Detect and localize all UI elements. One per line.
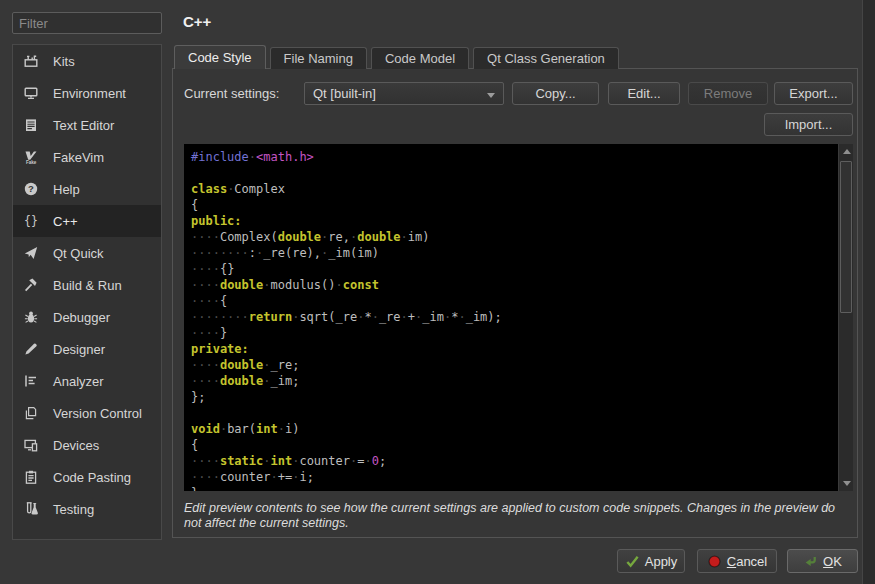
code-line: ····counter·+=·i; bbox=[191, 469, 838, 485]
current-settings-dropdown[interactable]: Qt [built-in] bbox=[304, 82, 504, 105]
tab-file-naming[interactable]: File Naming bbox=[270, 47, 367, 69]
flask-icon bbox=[22, 501, 40, 517]
preview-note: Edit preview contents to see how the cur… bbox=[184, 501, 850, 531]
code-preview[interactable]: #include·<math.h> class·Complex{public:·… bbox=[184, 144, 853, 491]
sidebar-item-code-pasting[interactable]: Code Pasting bbox=[13, 461, 161, 493]
sidebar-item-kits[interactable]: Kits bbox=[13, 45, 161, 77]
dropdown-value: Qt [built-in] bbox=[313, 86, 376, 101]
sidebar-item-label: Version Control bbox=[53, 406, 142, 421]
sidebar-item-label: C++ bbox=[53, 214, 78, 229]
devices-icon bbox=[22, 437, 40, 453]
sidebar-item-label: Qt Quick bbox=[53, 246, 104, 261]
sidebar-item-designer[interactable]: Designer bbox=[13, 333, 161, 365]
sidebar-item-devices[interactable]: Devices bbox=[13, 429, 161, 461]
sidebar-item-testing[interactable]: Testing bbox=[13, 493, 161, 525]
code-line: private: bbox=[191, 341, 838, 357]
document-icon bbox=[22, 117, 40, 133]
sidebar-item-build-run[interactable]: Build & Run bbox=[13, 269, 161, 301]
sidebar-item-c++[interactable]: {}C++ bbox=[13, 205, 161, 237]
import-button[interactable]: Import... bbox=[764, 113, 853, 136]
sidebar-item-label: Devices bbox=[53, 438, 99, 453]
ok-button[interactable]: OK bbox=[787, 549, 858, 573]
remove-button: Remove bbox=[688, 82, 768, 105]
options-dialog: KitsEnvironmentText EditorFakeFakeVim?He… bbox=[0, 0, 875, 584]
code-scrollbar[interactable] bbox=[838, 144, 853, 491]
pencil-icon bbox=[22, 341, 40, 357]
filter-input[interactable] bbox=[12, 12, 162, 34]
copy-button[interactable]: Copy... bbox=[512, 82, 599, 105]
tab-bar: Code StyleFile NamingCode ModelQt Class … bbox=[174, 45, 619, 69]
sidebar-item-environment[interactable]: Environment bbox=[13, 77, 161, 109]
sidebar-item-label: Build & Run bbox=[53, 278, 122, 293]
chevron-down-icon bbox=[487, 93, 495, 98]
code-line: ····double·_im; bbox=[191, 373, 838, 389]
code-line: public: bbox=[191, 213, 838, 229]
sidebar-item-label: Environment bbox=[53, 86, 126, 101]
export-button[interactable]: Export... bbox=[774, 82, 853, 105]
code-line: } bbox=[191, 485, 838, 491]
sidebar-item-label: Debugger bbox=[53, 310, 110, 325]
sidebar-item-label: Kits bbox=[53, 54, 75, 69]
svg-text:{}: {} bbox=[24, 214, 38, 228]
code-line bbox=[191, 405, 838, 421]
code-line: ····} bbox=[191, 325, 838, 341]
sidebar-item-label: Analyzer bbox=[53, 374, 104, 389]
scrollbar-thumb[interactable] bbox=[840, 161, 852, 313]
code-line: ····double·modulus()·const bbox=[191, 277, 838, 293]
code-line: ········return·sqrt(_re·*·_re·+·_im·*·_i… bbox=[191, 309, 838, 325]
code-line bbox=[191, 165, 838, 181]
return-arrow-icon bbox=[803, 554, 818, 569]
button-label: Cancel bbox=[727, 554, 767, 569]
code-line: void·bar(int·i) bbox=[191, 421, 838, 437]
code-line: class·Complex bbox=[191, 181, 838, 197]
sidebar-item-label: Help bbox=[53, 182, 80, 197]
monitor-icon bbox=[22, 85, 40, 101]
hammer-icon bbox=[22, 277, 40, 293]
sidebar-item-analyzer[interactable]: Analyzer bbox=[13, 365, 161, 397]
code-line: }; bbox=[191, 389, 838, 405]
sidebar-item-label: Text Editor bbox=[53, 118, 114, 133]
svg-text:Fake: Fake bbox=[26, 160, 37, 165]
vim-icon: Fake bbox=[22, 149, 40, 165]
scroll-up-icon[interactable] bbox=[839, 144, 853, 159]
braces-icon: {} bbox=[22, 213, 40, 229]
button-label: Apply bbox=[645, 554, 678, 569]
code-line: #include·<math.h> bbox=[191, 149, 838, 165]
apply-button[interactable]: Apply bbox=[617, 549, 685, 573]
clipboard-icon bbox=[22, 469, 40, 485]
sidebar-item-label: Code Pasting bbox=[53, 470, 131, 485]
tab-code-model[interactable]: Code Model bbox=[371, 47, 469, 69]
sidebar-item-help[interactable]: ?Help bbox=[13, 173, 161, 205]
analyzer-icon bbox=[22, 373, 40, 389]
code-line: ····{ bbox=[191, 293, 838, 309]
sidebar-item-qt-quick[interactable]: Qt Quick bbox=[13, 237, 161, 269]
code-line: ····{} bbox=[191, 261, 838, 277]
sidebar-nav: KitsEnvironmentText EditorFakeFakeVim?He… bbox=[12, 44, 162, 540]
scroll-down-icon[interactable] bbox=[839, 476, 853, 491]
code-style-panel: Current settings: Qt [built-in] Copy...E… bbox=[172, 68, 858, 538]
sidebar-item-label: Designer bbox=[53, 342, 105, 357]
svg-text:?: ? bbox=[28, 183, 34, 194]
code-line: ····double·_re; bbox=[191, 357, 838, 373]
current-settings-label: Current settings: bbox=[184, 86, 279, 101]
sidebar-item-fakevim[interactable]: FakeFakeVim bbox=[13, 141, 161, 173]
help-icon: ? bbox=[22, 181, 40, 197]
bug-icon bbox=[22, 309, 40, 325]
cancel-button[interactable]: Cancel bbox=[697, 549, 777, 573]
page-title: C++ bbox=[183, 13, 211, 30]
sidebar-item-debugger[interactable]: Debugger bbox=[13, 301, 161, 333]
tab-code-style[interactable]: Code Style bbox=[174, 45, 266, 69]
code-editor-text[interactable]: #include·<math.h> class·Complex{public:·… bbox=[184, 144, 838, 491]
tab-qt-class-generation[interactable]: Qt Class Generation bbox=[473, 47, 619, 69]
toolbox-icon bbox=[22, 53, 40, 69]
sidebar-item-text-editor[interactable]: Text Editor bbox=[13, 109, 161, 141]
sidebar-item-label: FakeVim bbox=[53, 150, 104, 165]
check-icon bbox=[625, 554, 640, 569]
code-line: { bbox=[191, 437, 838, 453]
edit-button[interactable]: Edit... bbox=[608, 82, 680, 105]
button-label: OK bbox=[823, 554, 842, 569]
dialog-scrollbar-gutter[interactable] bbox=[862, 0, 875, 584]
sidebar-item-version-control[interactable]: Version Control bbox=[13, 397, 161, 429]
code-line: ········:·_re(re),·_im(im) bbox=[191, 245, 838, 261]
stop-icon bbox=[707, 554, 722, 569]
